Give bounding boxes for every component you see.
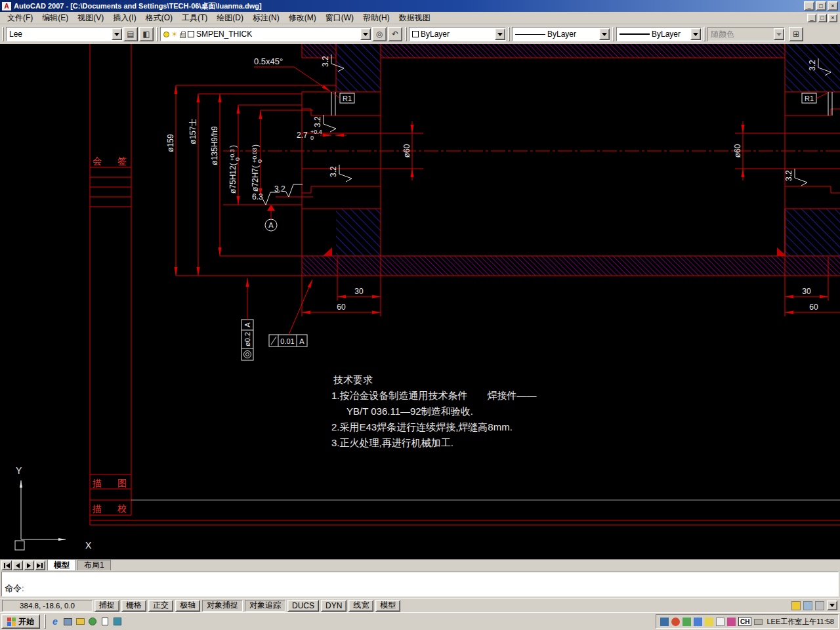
toolbar: Lee ▤ ◧ ☀ SMPEN_THICK ◎ ↶ ByLayer ByLaye… — [0, 24, 840, 44]
menu-dataview[interactable]: 数据视图 — [394, 12, 435, 24]
menu-tools[interactable]: 工具(T) — [177, 12, 212, 24]
menu-help[interactable]: 帮助(H) — [358, 12, 394, 24]
model-space-toggle[interactable]: 模型 — [375, 600, 400, 612]
folder-icon[interactable] — [75, 616, 85, 627]
tray-messenger-icon[interactable] — [694, 618, 702, 626]
dropdown-arrow-icon[interactable] — [360, 28, 371, 40]
svg-text:2.7: 2.7 — [297, 131, 308, 140]
menu-edit[interactable]: 编辑(E) — [37, 12, 73, 24]
menu-draw[interactable]: 绘图(D) — [212, 12, 248, 24]
layer-manager-button[interactable]: ▤ — [123, 27, 138, 41]
menu-view[interactable]: 视图(V) — [73, 12, 108, 24]
dropdown-arrow-icon[interactable] — [495, 28, 505, 40]
svg-text:3.2: 3.2 — [274, 184, 285, 194]
drawing-canvas[interactable]: 会 签 描 图 描 校 ø159 ø157士 ø135H9/h9 ø75H12(… — [0, 44, 840, 559]
layer-combo[interactable]: ☀ SMPEN_THICK — [160, 27, 371, 41]
menu-modify[interactable]: 修改(M) — [284, 12, 321, 24]
color-combo[interactable]: ByLayer — [409, 27, 506, 41]
current-color-swatch — [412, 31, 419, 37]
dropdown-arrow-icon[interactable] — [112, 28, 122, 40]
tab-nav-last-button[interactable] — [35, 560, 45, 570]
mdi-minimize-button[interactable]: _ — [807, 14, 816, 22]
status-options-arrow[interactable] — [827, 600, 837, 610]
tab-model[interactable]: 模型 — [47, 559, 76, 570]
svg-text:ø75H12(: ø75H12( — [228, 163, 238, 194]
dropdown-arrow-icon[interactable] — [599, 28, 610, 40]
statusbar: 384.8, -18.6, 0.0 捕捉 栅格 正交 极轴 对象捕捉 对象追踪 … — [0, 598, 840, 612]
layer-thaw-icon[interactable]: ☀ — [171, 31, 178, 38]
tab-nav-prev-button[interactable] — [12, 560, 23, 570]
tray-volume-icon[interactable] — [716, 618, 724, 626]
svg-text:技术要求: 技术要求 — [333, 374, 373, 385]
document-icon[interactable] — [100, 616, 110, 627]
toolbar-grip[interactable] — [156, 27, 158, 41]
close-button[interactable]: × — [828, 1, 838, 10]
quicklaunch-grip[interactable] — [44, 614, 46, 629]
layer-previous-button[interactable]: ↶ — [388, 27, 402, 41]
svg-text:3.正火处理,再进行机械加工.: 3.正火处理,再进行机械加工. — [331, 437, 453, 448]
minimize-button[interactable]: _ — [804, 1, 814, 10]
style-combo[interactable]: Lee — [6, 27, 123, 41]
app-shortcut-icon[interactable] — [112, 616, 123, 627]
tray-antivirus-icon[interactable] — [671, 618, 680, 626]
polar-toggle[interactable]: 极轴 — [175, 600, 200, 612]
dyn-toggle[interactable]: DYN — [321, 600, 346, 612]
start-button[interactable]: 开始 — [1, 614, 40, 629]
media-player-icon[interactable] — [87, 616, 98, 627]
svg-text:): ) — [228, 145, 238, 148]
ortho-toggle[interactable]: 正交 — [148, 600, 173, 612]
menu-format[interactable]: 格式(O) — [141, 12, 177, 24]
tab-nav-next-button[interactable] — [24, 560, 34, 570]
titlebar: A AutoCAD 2007 - [C:\Documents and Setti… — [0, 0, 840, 12]
maximize-button[interactable]: □ — [816, 1, 826, 10]
layer-on-icon[interactable] — [163, 32, 169, 37]
linetype-combo[interactable]: ByLayer — [512, 27, 610, 41]
internet-explorer-icon[interactable]: e — [50, 616, 60, 627]
annotation-scale-icon[interactable] — [791, 601, 801, 610]
mdi-close-button[interactable]: × — [828, 14, 837, 22]
layer-lock-icon[interactable] — [180, 33, 186, 38]
tray-app-icon[interactable] — [705, 618, 713, 626]
communication-center-icon[interactable] — [803, 601, 812, 610]
toolbar-grip[interactable] — [612, 27, 614, 41]
technical-requirements: 技术要求 1.按冶金设备制造通用技术条件 焊接件—— YB/T 036.11—9… — [331, 374, 537, 448]
tray-keyboard-icon[interactable] — [754, 619, 763, 625]
coordinates-readout[interactable]: 384.8, -18.6, 0.0 — [2, 600, 93, 612]
layer-previous-icon: ↶ — [392, 30, 398, 39]
tab-layout1[interactable]: 布局1 — [77, 560, 111, 570]
lineweight-combo[interactable]: ByLayer — [616, 27, 702, 41]
grid-toggle[interactable]: 栅格 — [121, 600, 146, 612]
menu-insert[interactable]: 插入(I) — [108, 12, 140, 24]
svg-text:ø72H7(: ø72H7( — [251, 165, 260, 192]
layer-states-button[interactable]: ◧ — [139, 27, 154, 41]
tray-ime-icon[interactable] — [727, 618, 736, 626]
dropdown-arrow-icon[interactable] — [690, 28, 701, 40]
toolbar-grip[interactable] — [508, 27, 510, 41]
tab-nav-first-button[interactable] — [1, 560, 12, 570]
ducs-toggle[interactable]: DUCS — [287, 600, 319, 612]
command-input[interactable]: 命令: — [1, 572, 839, 597]
autocad-app-icon[interactable]: A — [2, 2, 11, 10]
taskbar-clock[interactable]: LEE工作室上午11:58 — [765, 617, 834, 627]
mdi-restore-button[interactable]: □ — [818, 14, 827, 22]
menu-file[interactable]: 文件(F) — [3, 12, 37, 24]
menu-window[interactable]: 窗口(W) — [321, 12, 358, 24]
input-method-indicator[interactable]: CH — [738, 617, 751, 626]
dim-d60-label: ø60 — [733, 144, 742, 158]
otrack-toggle[interactable]: 对象追踪 — [245, 600, 285, 612]
osnap-toggle[interactable]: 对象捕捉 — [202, 600, 243, 612]
menu-dimension[interactable]: 标注(N) — [248, 12, 284, 24]
toolbar-grip[interactable] — [2, 27, 4, 41]
lineweight-toggle[interactable]: 线宽 — [348, 600, 373, 612]
toolbar-grip[interactable] — [405, 27, 407, 41]
make-object-layer-current-button[interactable]: ◎ — [372, 27, 387, 41]
tray-network-icon[interactable] — [660, 618, 669, 626]
toolbar-grip[interactable] — [704, 27, 705, 41]
groove-lines — [331, 92, 832, 116]
snap-toggle[interactable]: 捕捉 — [94, 600, 119, 612]
layer-color-swatch[interactable] — [188, 31, 194, 37]
tray-update-icon[interactable] — [682, 618, 691, 626]
toolbar-extra-button[interactable]: ⊞ — [789, 27, 803, 41]
show-desktop-icon[interactable] — [62, 616, 73, 627]
toolbar-lock-icon[interactable] — [815, 601, 824, 610]
